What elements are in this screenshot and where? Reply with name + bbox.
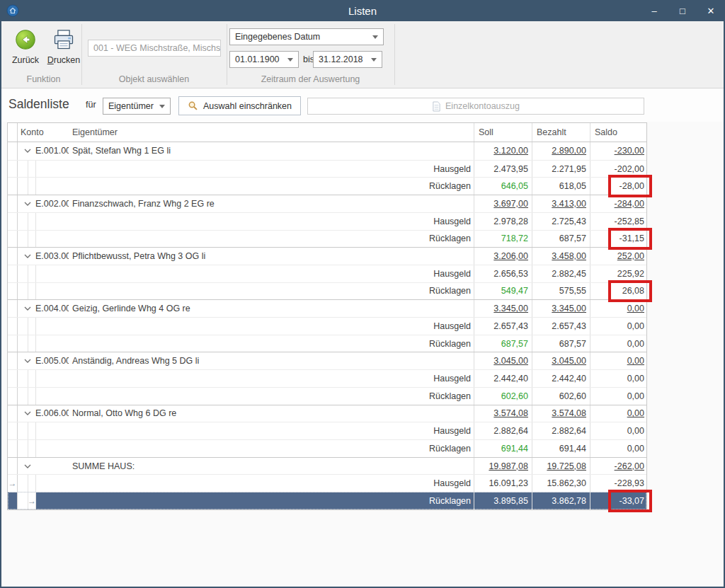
chevron-down-icon [287, 58, 293, 62]
back-button[interactable]: Zurück [6, 27, 45, 65]
indent-cell [18, 213, 28, 230]
chevron-expand-icon[interactable] [24, 149, 31, 153]
title-bar: Listen – □ ✕ [0, 0, 725, 21]
print-button[interactable]: Drucken [44, 27, 84, 65]
soll-value: 3.045,00 [474, 352, 532, 369]
table-row-detail[interactable]: Hausgeld2.657,432.657,430,00 [8, 317, 646, 335]
indent-cell [18, 370, 28, 387]
soll-amount: 16.091,23 [489, 478, 528, 488]
header-eigentuemer[interactable]: Eigentümer [69, 123, 474, 142]
row-gutter [8, 195, 18, 212]
table-row-owner[interactable]: E.006.00Normal, Otto Whg 6 DG re3.574,08… [8, 405, 646, 422]
indent-cell [18, 335, 28, 352]
bezahlt-value: 2.725,43 [532, 213, 590, 230]
account-type-label: Rücklagen [36, 388, 474, 405]
single-account-field[interactable]: Einzelkontoauszug [307, 98, 644, 115]
table-row-detail[interactable]: Rücklagen549,47575,5526,08 [8, 282, 646, 300]
table-row-owner[interactable]: E.005.00Anständig, Andreas Whg 5 DG li3.… [8, 352, 646, 369]
row-gutter [8, 178, 18, 195]
indent-cell [28, 422, 36, 439]
indent-cell [18, 422, 28, 439]
table-row-detail[interactable]: Rücklagen646,05618,05-28,00 [8, 177, 646, 195]
indent-cell [28, 475, 36, 492]
table-row-detail[interactable]: →Rücklagen3.895,853.862,78-33,07 [8, 492, 646, 509]
page-title: Saldenliste [8, 97, 69, 112]
chevron-expand-icon[interactable] [24, 359, 31, 363]
soll-amount: 2.442,40 [493, 374, 528, 384]
bezahlt-value: 2.271,95 [532, 161, 590, 178]
table-row-detail[interactable]: Rücklagen602,60602,600,00 [8, 387, 646, 405]
saldo-value: -228,93 [590, 475, 648, 492]
indent-cell [28, 161, 36, 178]
header-konto[interactable]: Konto [18, 123, 69, 142]
table-row-owner[interactable]: E.001.00Spät, Stefan Whg 1 EG li3.120,00… [8, 142, 646, 160]
list-target-combo[interactable]: Eigentümer [103, 98, 171, 115]
soll-value: 691,44 [474, 440, 532, 457]
close-button[interactable]: ✕ [697, 0, 725, 21]
konto-code: E.005.00 [35, 356, 69, 366]
date-from-field[interactable]: 01.01.1900 [229, 51, 299, 68]
chevron-expand-icon[interactable] [24, 464, 31, 468]
account-type-label: Rücklagen [36, 492, 474, 509]
chevron-expand-icon[interactable] [24, 411, 31, 415]
object-select-combo[interactable]: 001 - WEG Mischstraße, Mischs [88, 40, 221, 57]
date-to-field[interactable]: 31.12.2018 [313, 51, 382, 68]
indent-cell [28, 283, 36, 300]
soll-amount: 549,47 [501, 286, 528, 296]
saldo-amount: 252,00 [617, 251, 644, 261]
bezahlt-value: 3.413,00 [532, 195, 590, 212]
table-row-detail[interactable]: Hausgeld2.442,402.442,400,00 [8, 369, 646, 387]
owner-name: Spät, Stefan Whg 1 EG li [69, 142, 474, 160]
print-button-label: Drucken [47, 55, 81, 65]
chevron-expand-icon[interactable] [24, 202, 31, 206]
maximize-button[interactable]: □ [668, 0, 697, 21]
row-gutter [8, 283, 18, 300]
header-soll[interactable]: Soll [474, 123, 532, 142]
saldo-value: -202,00 [590, 161, 648, 178]
table-row-detail[interactable]: Hausgeld2.978,282.725,43-252,85 [8, 212, 646, 230]
chevron-down-icon [220, 47, 221, 50]
chevron-expand-icon[interactable] [24, 254, 31, 258]
soll-value: 2.473,95 [474, 161, 532, 178]
restrict-selection-button[interactable]: Auswahl einschränken [178, 96, 301, 115]
soll-amount: 2.656,53 [493, 269, 528, 279]
konto-cell: E.002.00 [18, 195, 69, 212]
account-type-label: Hausgeld [36, 213, 474, 230]
bezahlt-amount: 3.345,00 [552, 304, 586, 313]
table-row-detail[interactable]: Rücklagen718,72687,57-31,15 [8, 230, 646, 248]
table-row-owner[interactable]: E.003.00Pflichtbewusst, Petra Whg 3 OG l… [8, 247, 646, 265]
object-select-value: 001 - WEG Mischstraße, Mischs [93, 43, 220, 53]
table-row-detail[interactable]: Rücklagen691,44691,440,00 [8, 439, 646, 457]
table-row-detail[interactable]: →Hausgeld16.091,2315.862,30-228,93 [8, 474, 646, 492]
indent-cell [18, 265, 28, 282]
table-row-detail[interactable]: Hausgeld2.882,642.882,640,00 [8, 422, 646, 439]
table-row-owner[interactable]: E.004.00Geizig, Gerlinde Whg 4 OG re3.34… [8, 299, 646, 317]
table-row-owner[interactable]: E.002.00Finanzschwach, Franz Whg 2 EG re… [8, 195, 646, 212]
chevron-expand-icon[interactable] [24, 306, 31, 311]
indent-cell [28, 370, 36, 387]
table-row-detail[interactable]: Hausgeld2.656,532.882,45225,92 [8, 265, 646, 282]
table-row-owner[interactable]: SUMME HAUS:19.987,0819.725,08-262,00 [8, 457, 646, 475]
minimize-button[interactable]: – [640, 0, 668, 21]
saldo-value: -28,00 [590, 178, 648, 195]
window-title: Listen [0, 5, 725, 17]
soll-value: 3.120,00 [474, 142, 532, 160]
header-bezahlt[interactable]: Bezahlt [532, 123, 590, 142]
row-gutter [8, 318, 18, 335]
soll-value: 16.091,23 [474, 475, 532, 492]
chevron-down-icon [159, 105, 165, 108]
table-row-detail[interactable]: Rücklagen687,57687,570,00 [8, 335, 646, 352]
account-type-label: Rücklagen [36, 440, 474, 457]
indent-cell: → [28, 492, 36, 509]
ribbon-separator [394, 24, 395, 85]
header-saldo[interactable]: Saldo [590, 123, 648, 142]
indent-cell [18, 161, 28, 178]
table-row-detail[interactable]: Hausgeld2.473,952.271,95-202,00 [8, 160, 646, 178]
soll-value: 2.656,53 [474, 265, 532, 282]
row-gutter [8, 161, 18, 178]
bezahlt-value: 575,55 [532, 283, 590, 300]
bezahlt-value: 687,57 [532, 231, 590, 248]
konto-cell: E.003.00 [18, 248, 69, 265]
saldo-value: 0,00 [590, 352, 648, 369]
date-mode-combo[interactable]: Eingegebenes Datum [229, 28, 384, 45]
